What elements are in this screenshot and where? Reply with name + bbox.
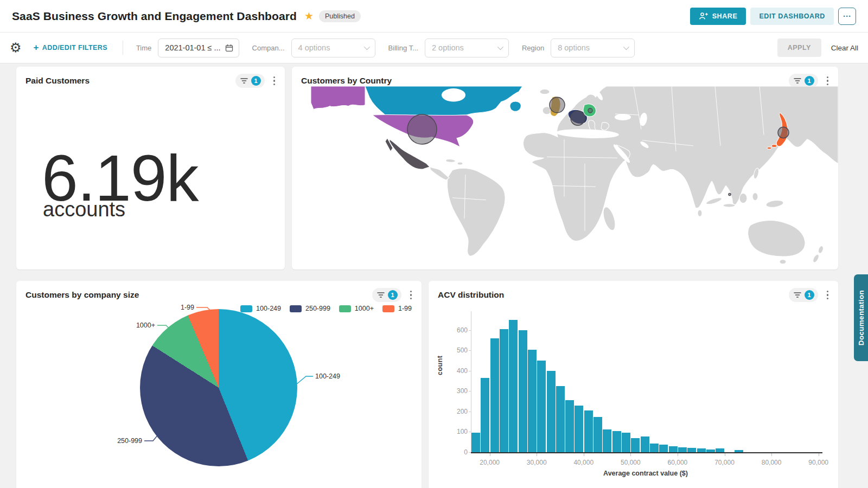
widget-menu-kebab[interactable] [270,74,279,88]
billing-type-filter-select[interactable]: 2 options [425,38,509,57]
histogram-bar[interactable] [593,417,602,452]
histogram-bar[interactable] [471,433,480,452]
widget-filter-chip[interactable]: 1 [372,288,401,302]
region-filter-select[interactable]: 8 options [551,38,635,57]
map-marker-japan[interactable] [778,127,789,138]
map-sulawesi [752,192,758,200]
x-tick-label: 80,000 [762,459,782,466]
y-tick-mark [469,330,471,331]
histogram-bar[interactable] [678,447,687,452]
histogram-bar[interactable] [584,410,593,452]
widget-menu-kebab[interactable] [407,288,416,302]
filter-count-badge: 1 [805,290,814,300]
edit-dashboard-button[interactable]: EDIT DASHBOARD [750,8,834,25]
histogram-bar[interactable] [500,329,508,452]
map-marker-france[interactable] [571,111,585,125]
histogram-bar[interactable] [490,338,499,452]
filter-count-badge: 1 [805,76,814,86]
legend-item[interactable]: 1000+ [339,305,374,312]
legend-swatch [240,305,252,312]
filter-funnel-icon [794,292,801,298]
more-options-button[interactable]: ··· [838,8,856,25]
filter-funnel-icon [240,78,248,84]
x-tick-mark [584,453,584,456]
x-tick-mark [819,453,819,456]
x-tick-label: 60,000 [668,459,688,466]
map-australia [748,220,805,256]
map-marker-uk[interactable] [550,97,565,113]
legend-item[interactable]: 1-99 [382,305,412,312]
histogram-bar[interactable] [565,400,574,452]
histogram-bar[interactable] [547,371,556,452]
x-tick-label: 40,000 [573,459,593,466]
histogram-bar[interactable] [659,445,668,452]
clear-all-button[interactable]: Clear All [831,44,858,52]
filter-funnel-icon [377,292,385,298]
apply-button[interactable]: APPLY [777,38,821,57]
calendar-icon [225,44,233,52]
company-size-card: Customers by company size 1 100-249250-9… [16,281,422,488]
time-filter-input[interactable]: 2021-01-01 ≤ ... [158,38,239,57]
histogram-bar[interactable] [575,406,583,452]
histogram-bar[interactable] [612,431,621,452]
histogram-bar[interactable] [481,378,489,452]
histogram-bar[interactable] [556,386,565,452]
favorite-star-icon[interactable]: ★ [304,10,314,22]
x-tick-mark [725,453,725,456]
histogram-bar[interactable] [669,446,678,452]
histogram-bar[interactable] [603,429,611,452]
map-borneo [739,194,747,203]
widget-filter-chip[interactable]: 1 [235,74,265,88]
map-marker-usa[interactable] [407,114,437,144]
legend-label: 250-999 [305,305,330,312]
map-madagascar [601,206,618,232]
billing-type-filter-value: 2 options [432,43,464,52]
card-title: Customers by company size [25,290,139,300]
filter-bar: ⚙ + ADD/EDIT FILTERS Time 2021-01-01 ≤ .… [0,33,868,63]
customers-by-country-card: Customers by Country 1 [292,67,838,269]
histogram-bar[interactable] [697,448,706,452]
legend-item[interactable]: 100-249 [240,305,281,312]
y-tick-label: 500 [449,346,468,354]
widget-menu-kebab[interactable] [824,288,832,302]
dashboard-header: SaaS Business Growth and Engagement Dash… [0,0,868,33]
histogram-bar[interactable] [716,448,724,453]
pie-label-1-99: 1-99 [181,304,194,311]
legend-item[interactable]: 250-999 [290,305,330,312]
acv-distribution-card: ACV distribution 1 count 20,00030,00040,… [429,281,838,488]
y-tick-label: 100 [449,428,468,435]
share-user-icon [699,12,708,20]
histogram-bar[interactable] [528,350,537,452]
documentation-tab[interactable]: Documentation [854,274,868,361]
widget-menu-kebab[interactable] [824,74,832,88]
add-edit-filters-label: ADD/EDIT FILTERS [42,44,107,52]
histogram-bar[interactable] [687,448,696,452]
add-edit-filters-button[interactable]: + ADD/EDIT FILTERS [34,42,107,53]
world-choropleth-map[interactable] [292,86,838,269]
pie-chart[interactable] [140,309,297,466]
map-country-usa-alaska[interactable] [311,86,365,110]
map-country-canada[interactable] [365,86,522,116]
map-marker-singapore[interactable] [729,194,731,196]
histogram-bar[interactable] [622,433,630,452]
company-size-filter-select[interactable]: 4 options [291,38,375,57]
histogram-bar[interactable] [519,330,527,452]
map-new-guinea [765,200,783,209]
x-tick-mark [490,453,490,456]
histogram-bar[interactable] [641,436,649,452]
card-title: Paid Customers [25,76,90,86]
settings-gear-icon[interactable]: ⚙ [10,40,22,55]
x-tick-label: 70,000 [714,459,735,466]
y-tick-label: 300 [449,387,468,395]
histogram-bar[interactable] [509,320,518,452]
legend-label: 100-249 [256,305,281,312]
legend-label: 1-99 [398,305,412,312]
x-tick-mark [630,453,631,456]
histogram-plot[interactable] [471,311,821,452]
histogram-bar[interactable] [650,444,659,452]
legend-swatch [382,305,394,312]
histogram-bar[interactable] [537,361,546,452]
map-marker-germany[interactable] [588,108,592,113]
histogram-bar[interactable] [631,438,640,452]
share-button[interactable]: SHARE [690,8,746,25]
